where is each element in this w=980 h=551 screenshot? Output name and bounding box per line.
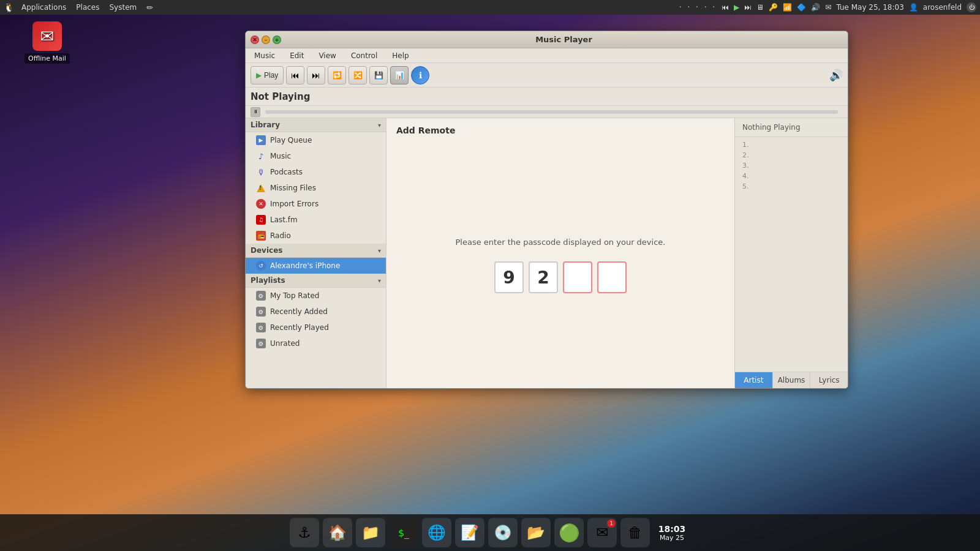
dock-disk[interactable]: 💿 (488, 518, 518, 547)
mail-indicator[interactable]: ✉ (825, 3, 831, 12)
wifi-icon[interactable]: 📶 (783, 3, 792, 12)
lastfm-label: Last.fm (270, 216, 298, 224)
iphone-icon: ↺ (255, 260, 266, 271)
sidebar-item-recently-played[interactable]: ⚙ Recently Played (246, 320, 386, 335)
dock-editor[interactable]: 📝 (455, 518, 484, 547)
dock-terminal[interactable]: $_ (389, 518, 418, 547)
progress-bar[interactable] (265, 110, 838, 114)
tab-lyrics[interactable]: Lyrics (810, 372, 848, 388)
media-next-icon[interactable]: ⏭ (744, 3, 752, 12)
view-button[interactable]: 📊 (390, 66, 409, 84)
close-button[interactable]: ✕ (251, 36, 259, 44)
volume-indicator[interactable]: 🔊 (829, 69, 843, 81)
indicator-dots: · · · · · (679, 3, 717, 12)
power-icon[interactable]: ⏻ (967, 2, 976, 12)
media-prev-icon[interactable]: ⏮ (722, 3, 729, 12)
datetime: Tue May 25, 18:03 (836, 3, 903, 12)
sidebar-item-radio[interactable]: 📻 Radio (246, 228, 386, 244)
shuffle-button[interactable]: 🔀 (349, 66, 367, 84)
tab-artist[interactable]: Artist (735, 372, 773, 388)
offline-mail-icon-img: ✉ (32, 21, 62, 51)
repeat-button[interactable]: 🔁 (328, 66, 346, 84)
user-icon: 👤 (909, 3, 918, 12)
media-play-icon[interactable]: ▶ (734, 3, 739, 12)
sidebar-item-top-rated[interactable]: ⚙ My Top Rated (246, 288, 386, 304)
sidebar-item-unrated[interactable]: ⚙ Unrated (246, 335, 386, 351)
mail-badge: 1 (607, 519, 616, 528)
warning-icon: ! (255, 182, 266, 193)
music-label: Music (270, 152, 291, 160)
volume-icon[interactable]: 🔊 (811, 3, 820, 12)
next-button[interactable]: ⏭ (307, 66, 325, 84)
track-num-5: 5. (742, 182, 751, 190)
save-button[interactable]: 💾 (369, 66, 388, 84)
passcode-area: Please enter the passcode displayed on y… (386, 143, 734, 388)
track-item-5: 5. (735, 181, 848, 192)
sidebar-item-lastfm[interactable]: ♫ Last.fm (246, 212, 386, 228)
places-menu[interactable]: Places (74, 3, 102, 12)
play-label: Play (264, 71, 278, 80)
dock-anchor[interactable]: ⚓ (290, 518, 319, 547)
system-icon-2[interactable]: 🔑 (769, 3, 778, 12)
sidebar-item-play-queue[interactable]: ▶ Play Queue (246, 132, 386, 148)
sidebar-item-iphone[interactable]: ↺ Alexandre's iPhone (246, 258, 386, 274)
dock-trash[interactable]: 🗑 (620, 518, 650, 547)
dock-time: 18:03 May 25 (654, 518, 690, 547)
music-player-window: ✕ – + Music Player Music Edit View Contr… (245, 31, 848, 389)
play-button[interactable]: ▶ Play (251, 66, 284, 84)
right-panel-header: Nothing Playing (735, 118, 848, 137)
edit-icon[interactable]: ✏ (146, 3, 153, 12)
dock-folder[interactable]: 📁 (356, 518, 385, 547)
passcode-box-2[interactable]: 2 (529, 261, 558, 293)
menu-control[interactable]: Control (347, 50, 381, 61)
dock-time-value: 18:03 (658, 524, 686, 534)
passcode-hint: Please enter the passcode displayed on y… (456, 238, 666, 247)
taskbar-top: 🐧 Applications Places System ✏ · · · · ·… (0, 0, 980, 15)
prev-button[interactable]: ⏮ (286, 66, 304, 84)
menu-help[interactable]: Help (388, 50, 412, 61)
library-collapse-icon[interactable]: ▾ (378, 122, 381, 129)
sidebar-item-import-errors[interactable]: ✕ Import Errors (246, 196, 386, 212)
passcode-box-4[interactable] (597, 261, 627, 293)
system-icon-1[interactable]: 🖥 (756, 3, 764, 12)
menu-edit[interactable]: Edit (286, 50, 307, 61)
dock-indicator[interactable]: 🟢 (554, 518, 584, 547)
dock-files[interactable]: 📂 (521, 518, 551, 547)
sidebar-item-music[interactable]: ♪ Music (246, 148, 386, 164)
minimize-button[interactable]: – (262, 36, 270, 44)
applications-menu[interactable]: Applications (19, 3, 69, 12)
devices-section-header[interactable]: Devices ▾ (246, 244, 386, 258)
playlists-collapse-icon[interactable]: ▾ (378, 277, 381, 284)
dock-chrome[interactable]: 🌐 (422, 518, 451, 547)
library-section-header[interactable]: Library ▾ (246, 118, 386, 132)
offline-mail-icon[interactable]: ✉ Offline Mail (24, 21, 70, 64)
tab-albums[interactable]: Albums (773, 372, 811, 388)
unrated-label: Unrated (270, 339, 300, 348)
seek-pause-btn[interactable]: ⏸ (251, 107, 260, 117)
missing-files-label: Missing Files (270, 184, 316, 192)
bluetooth-icon[interactable]: 🔷 (797, 3, 806, 12)
top-rated-icon: ⚙ (255, 290, 266, 301)
menu-music[interactable]: Music (251, 50, 279, 61)
playlists-section-header[interactable]: Playlists ▾ (246, 274, 386, 288)
passcode-box-3[interactable] (563, 261, 592, 293)
error-icon: ✕ (255, 198, 266, 209)
play-queue-label: Play Queue (270, 136, 312, 144)
system-menu[interactable]: System (107, 3, 139, 12)
devices-collapse-icon[interactable]: ▾ (378, 247, 381, 254)
sidebar-item-missing-files[interactable]: ! Missing Files (246, 180, 386, 196)
linux-icon[interactable]: 🐧 (4, 2, 14, 12)
info-button[interactable]: ℹ (411, 66, 429, 84)
dock-mail[interactable]: ✉ 1 (587, 518, 617, 547)
sidebar-item-recently-added[interactable]: ⚙ Recently Added (246, 304, 386, 320)
sidebar-item-podcasts[interactable]: 🎙 Podcasts (246, 164, 386, 180)
main-content: Library ▾ ▶ Play Queue ♪ Music 🎙 Podcast… (246, 118, 848, 388)
menu-view[interactable]: View (315, 50, 339, 61)
track-item-4: 4. (735, 171, 848, 181)
center-panel: Add Remote Please enter the passcode dis… (386, 118, 734, 388)
passcode-box-1[interactable]: 9 (494, 261, 524, 293)
dock-home[interactable]: 🏠 (323, 518, 352, 547)
menu-bar: Music Edit View Control Help (246, 48, 848, 63)
add-remote-header: Add Remote (386, 118, 734, 143)
maximize-button[interactable]: + (273, 36, 281, 44)
